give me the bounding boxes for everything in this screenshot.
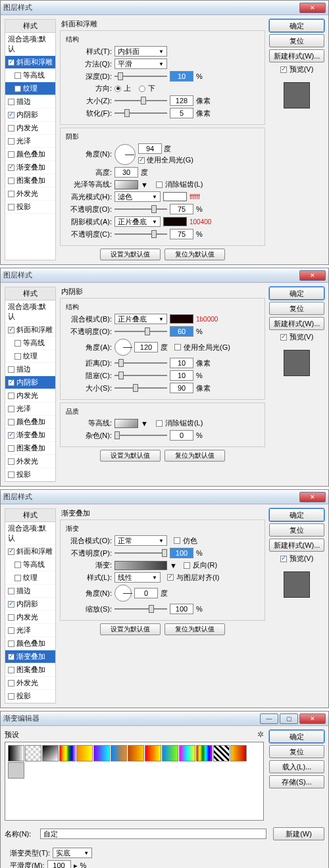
sidebar-item-bevel[interactable]: 斜面和浮雕 [5,324,55,337]
blend-options[interactable]: 混合选项:默认 [5,301,55,324]
checkbox[interactable] [8,59,14,66]
sidebar-item-texture[interactable]: 纹理 [5,82,55,95]
preset-swatch[interactable] [111,745,127,761]
size-input[interactable]: 128 [170,95,193,106]
reset-default-button[interactable]: 复位为默认值 [164,249,225,260]
new-style-button[interactable]: 新建样式(W)... [269,539,324,552]
preset-swatch[interactable] [196,745,213,761]
angle-input[interactable]: 0 [134,588,158,598]
chevron-down-icon[interactable]: ▼ [141,181,148,189]
new-style-button[interactable]: 新建样式(W)... [269,317,324,330]
preview-checkbox[interactable] [280,66,287,73]
sidebar-item-outerglow[interactable]: 外发光 [5,455,55,468]
sidebar-item-innershadow[interactable]: 内阴影 [5,376,55,389]
size-input[interactable]: 90 [170,383,193,393]
sidebar-item-outerglow[interactable]: 外发光 [5,187,55,201]
sidebar-item-patternoverlay[interactable]: 图案叠加 [5,174,55,187]
dir-down-radio[interactable] [139,85,145,92]
close-icon[interactable]: ✕ [299,270,326,281]
noise-slider[interactable] [114,431,167,440]
gloss-contour-picker[interactable] [114,180,138,189]
preset-swatch[interactable] [162,745,178,761]
cancel-button[interactable]: 复位 [269,523,324,537]
titlebar[interactable]: 图层样式 ✕ [1,490,328,504]
maximize-icon[interactable]: ▢ [280,713,298,724]
noise-input[interactable]: 0 [170,430,193,441]
sidebar-item-gradoverlay[interactable]: 渐变叠加 [5,650,55,663]
checkbox[interactable] [8,164,14,171]
sidebar-item-bevel[interactable]: 斜面和浮雕 [5,56,55,69]
dither-checkbox[interactable] [174,537,180,544]
close-icon[interactable]: ✕ [299,492,326,502]
highlight-color-swatch[interactable] [163,192,187,201]
angle-dial[interactable] [114,144,136,165]
preset-swatch[interactable] [76,745,93,761]
method-dropdown[interactable]: 平滑▼ [114,59,167,69]
depth-input[interactable]: 10 [170,71,193,82]
reverse-checkbox[interactable] [184,562,190,569]
color-swatch[interactable] [170,314,193,324]
choke-input[interactable]: 10 [170,370,193,381]
sidebar-item-contour[interactable]: 等高线 [5,69,55,82]
opacity-slider[interactable] [114,327,167,336]
checkbox[interactable] [14,72,21,79]
distance-slider[interactable] [114,358,167,368]
blend-options[interactable]: 混合选项:默认 [5,33,55,56]
preset-swatch[interactable] [93,745,110,761]
shadow-opacity-slider[interactable] [114,229,167,239]
sidebar-item-texture[interactable]: 纹理 [5,350,55,363]
checkbox[interactable] [8,138,14,145]
titlebar[interactable]: 图层样式 ✕ [1,1,328,15]
scale-input[interactable]: 100 [170,604,193,614]
cancel-button[interactable]: 复位 [269,745,324,758]
save-button[interactable]: 存储(S)... [269,775,324,788]
sidebar-item-gradoverlay[interactable]: 渐变叠加 [5,161,55,174]
gear-icon[interactable]: ✲ [257,730,264,740]
reset-default-button[interactable]: 复位为默认值 [164,623,225,635]
gradient-picker[interactable] [114,561,167,570]
preset-swatch[interactable] [179,745,195,761]
depth-slider[interactable] [114,72,167,81]
checkbox[interactable] [8,151,14,158]
new-button[interactable]: 新建(W) [273,827,324,840]
preset-swatch[interactable] [145,745,161,761]
dir-up-radio[interactable] [114,85,121,92]
minimize-icon[interactable]: — [260,713,278,724]
global-light-checkbox[interactable] [174,344,181,350]
antialias-checkbox[interactable] [156,420,163,427]
highlight-mode-dropdown[interactable]: 滤色▼ [114,191,161,202]
titlebar[interactable]: 渐变编辑器 — ▢ ✕ [1,711,328,726]
close-icon[interactable]: ✕ [299,713,326,724]
sidebar-item-dropshadow[interactable]: 投影 [5,201,55,214]
sidebar-item-innerglow[interactable]: 内发光 [5,122,55,135]
checkbox[interactable] [8,191,14,197]
shadow-color-swatch[interactable] [163,217,187,226]
opacity-input[interactable]: 60 [170,326,193,337]
preset-swatch[interactable] [213,745,230,761]
sidebar-item-innerglow[interactable]: 内发光 [5,389,55,402]
sidebar-item-stroke[interactable]: 描边 [5,363,55,376]
sidebar-item-innershadow[interactable]: 内阴影 [5,108,55,122]
gradient-style-dropdown[interactable]: 线性▼ [114,572,161,583]
blend-options[interactable]: 混合选项:默认 [5,522,55,545]
altitude-input[interactable]: 30 [114,167,138,178]
set-default-button[interactable]: 设置为默认值 [100,623,161,635]
close-icon[interactable]: ✕ [299,3,326,13]
titlebar[interactable]: 图层样式 ✕ [1,268,328,283]
size-slider[interactable] [114,383,167,393]
soften-input[interactable]: 5 [170,108,193,118]
angle-input[interactable]: 94 [138,143,162,154]
angle-dial[interactable] [114,585,132,602]
preset-swatch[interactable] [230,745,247,761]
set-default-button[interactable]: 设置为默认值 [100,450,161,462]
highlight-opacity-input[interactable]: 75 [170,204,193,214]
blend-mode-dropdown[interactable]: 正常▼ [114,535,167,546]
reset-default-button[interactable]: 复位为默认值 [164,450,225,462]
choke-slider[interactable] [114,371,167,380]
highlight-opacity-slider[interactable] [114,205,167,214]
checkbox[interactable] [8,204,14,210]
new-style-button[interactable]: 新建样式(W)... [269,49,324,62]
ok-button[interactable]: 确定 [269,287,324,300]
soften-slider[interactable] [114,108,167,118]
style-dropdown[interactable]: 内斜面▼ [114,46,167,57]
